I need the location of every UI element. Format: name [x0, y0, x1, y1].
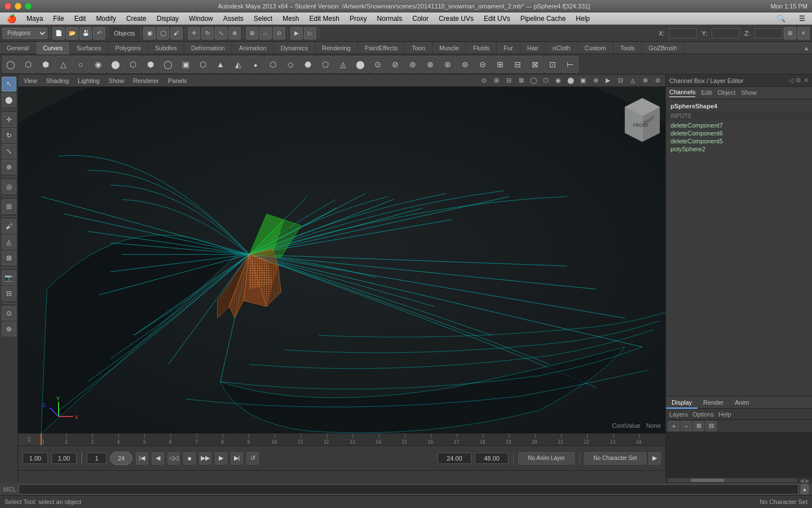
mel-input[interactable] [19, 484, 798, 494]
open-button[interactable]: 📂 [66, 27, 78, 40]
tab-fur[interactable]: Fur [497, 42, 520, 54]
tab-painteffects[interactable]: PaintEffects [358, 42, 405, 54]
shelf-icon-14[interactable]: ◭ [230, 56, 246, 73]
camera-tool[interactable]: 📷 [2, 270, 16, 285]
window-controls[interactable] [5, 3, 32, 10]
scroll-thumb[interactable] [691, 479, 725, 482]
help-menu[interactable]: Help [571, 12, 594, 25]
search-button[interactable]: 🔍 [773, 12, 790, 25]
tab-toon[interactable]: Toon [405, 42, 433, 54]
shelf-icon-21[interactable]: ⬤ [352, 56, 369, 73]
show-manip-tool[interactable]: ⊞ [2, 199, 16, 214]
tool10[interactable]: ⊛ [2, 322, 16, 336]
shelf-icon-32[interactable]: ⊡ [544, 56, 561, 73]
tab-fluids[interactable]: Fluids [466, 42, 497, 54]
char-set-arrow[interactable]: ▶ [648, 452, 661, 465]
tab-tools[interactable]: Tools [614, 42, 642, 54]
ipr-render-btn[interactable]: ▷ [304, 27, 316, 40]
prev-key-btn[interactable]: |◀ [136, 452, 148, 465]
tab-hair[interactable]: Hair [520, 42, 546, 54]
frame-start-field[interactable] [51, 453, 77, 464]
z-field[interactable] [754, 28, 783, 38]
shelf-icon-10[interactable]: ◯ [160, 56, 176, 73]
anim-layer-dropdown[interactable]: No Anim Layer [518, 452, 575, 465]
channel-item-1[interactable]: deleteComponent7 [666, 121, 812, 129]
channel-item-3[interactable]: deleteComponent5 [666, 137, 812, 145]
edit-mesh-menu[interactable]: Edit Mesh [305, 12, 344, 25]
vp-icon-14[interactable]: ⊗ [639, 75, 651, 86]
edit-uvs-menu[interactable]: Edit UVs [479, 12, 515, 25]
cloth-tool[interactable]: ⊠ [2, 251, 16, 265]
shelf-icon-25[interactable]: ⊗ [422, 56, 439, 73]
vp-icon-10[interactable]: ⊕ [590, 75, 601, 86]
maximize-button[interactable] [25, 3, 32, 10]
rotate-tool[interactable]: ↻ [2, 128, 16, 143]
prev-frame-btn[interactable]: ◀ [152, 452, 164, 465]
play-back-btn[interactable]: ◁◁ [167, 452, 180, 465]
viewport-canvas[interactable]: X Y Z FRONT [18, 87, 665, 433]
grid-tool[interactable]: ⊟ [2, 286, 16, 301]
shelf-icon-27[interactable]: ⊜ [457, 56, 474, 73]
vp-icon-6[interactable]: ⬡ [540, 75, 551, 86]
layers-tab[interactable]: Layers [669, 411, 688, 418]
render-tab[interactable]: Render [698, 396, 729, 409]
vp-icon-5[interactable]: ◯ [528, 75, 539, 86]
tab-custom[interactable]: Custom [578, 42, 614, 54]
anim-tab[interactable]: Anim [729, 396, 754, 409]
layer-settings-btn[interactable]: ⊞ [693, 421, 704, 431]
create-uvs-menu[interactable]: Create UVs [434, 12, 478, 25]
anim-end-field1[interactable] [438, 453, 471, 464]
shelf-icon-6[interactable]: ◉ [90, 56, 107, 73]
pipeline-cache-menu[interactable]: Pipeline Cache [516, 12, 571, 25]
new-scene-button[interactable]: 📄 [52, 27, 65, 40]
shelf-icon-11[interactable]: ▣ [177, 56, 194, 73]
assets-menu[interactable]: Assets [219, 12, 248, 25]
show-menu[interactable]: Show [105, 77, 128, 84]
shelf-icon-15[interactable]: ⬥ [247, 56, 264, 73]
vp-icon-9[interactable]: ▣ [577, 75, 589, 86]
vp-icon-1[interactable]: ⊙ [478, 75, 489, 86]
vp-icon-12[interactable]: ⊡ [615, 75, 626, 86]
soft-select-tool[interactable]: ◎ [2, 179, 16, 194]
y-field[interactable] [712, 28, 740, 38]
tab-subdivs[interactable]: Subdivs [148, 42, 184, 54]
loop-btn[interactable]: ↺ [246, 452, 259, 465]
shelf-icon-20[interactable]: ◬ [334, 56, 351, 73]
view-menu[interactable]: View [20, 77, 41, 84]
next-frame-btn[interactable]: ▶ [215, 452, 227, 465]
panel-close-icon[interactable]: ✕ [804, 77, 809, 84]
vp-icon-8[interactable]: ⬤ [565, 75, 576, 86]
layer-filter-btn[interactable]: ⊟ [705, 421, 717, 431]
shelf-icon-5[interactable]: ○ [72, 56, 89, 73]
shelf-icon-4[interactable]: △ [55, 56, 72, 73]
vp-icon-2[interactable]: ⊞ [491, 75, 502, 86]
x-field[interactable] [669, 28, 697, 38]
select-mode-btn[interactable]: ▣ [143, 27, 156, 40]
viewport[interactable]: View Shading Lighting Show Renderer Pane… [18, 75, 665, 433]
select-menu[interactable]: Select [249, 12, 277, 25]
shelf-icon-33[interactable]: ⊢ [562, 56, 579, 73]
range-end-field[interactable] [113, 453, 130, 464]
shading-menu[interactable]: Shading [43, 77, 72, 84]
extra-btn2[interactable]: ≡ [797, 27, 810, 40]
char-set-dropdown[interactable]: No Character Set [584, 452, 646, 465]
tab-animation[interactable]: Animation [232, 42, 274, 54]
normals-menu[interactable]: Normals [373, 12, 407, 25]
apple-menu[interactable]: 🍎 [2, 12, 21, 25]
mode-select[interactable]: Polygons [2, 28, 47, 39]
move-tool-btn[interactable]: ✛ [188, 27, 200, 40]
anim-end-field2[interactable] [475, 453, 509, 464]
extra-btn1[interactable]: ⊞ [784, 27, 796, 40]
shelf-icon-19[interactable]: ⬠ [317, 56, 334, 73]
show-tab[interactable]: Show [741, 89, 757, 97]
shelf-icon-28[interactable]: ⊝ [474, 56, 491, 73]
current-time-field[interactable] [23, 453, 48, 464]
maya-menu[interactable]: Maya [22, 12, 47, 25]
sculpt-tool[interactable]: ◬ [2, 235, 16, 249]
tab-deformation[interactable]: Deformation [184, 42, 232, 54]
mesh-menu[interactable]: Mesh [278, 12, 303, 25]
snap-curve-btn[interactable]: ⌓ [259, 27, 272, 40]
shelf-icon-8[interactable]: ⬡ [125, 56, 142, 73]
timeline[interactable]: 1 1 2 3 [18, 433, 665, 446]
shelf-icon-30[interactable]: ⊟ [509, 56, 526, 73]
